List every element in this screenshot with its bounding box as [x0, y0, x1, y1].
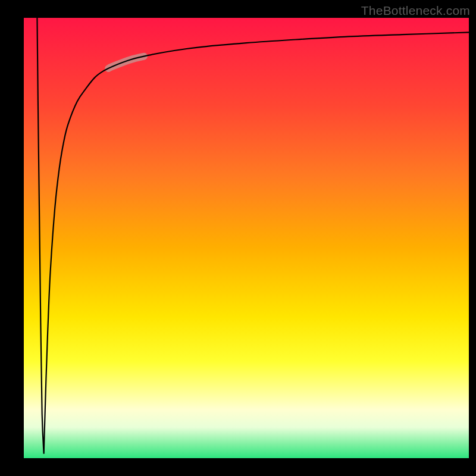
plot-area [24, 18, 469, 458]
bottleneck-curve [37, 18, 469, 454]
chart-frame: TheBottleneck.com [0, 0, 476, 476]
watermark-text: TheBottleneck.com [361, 4, 470, 18]
highlight-segment [108, 57, 144, 68]
curve-layer [24, 18, 469, 458]
